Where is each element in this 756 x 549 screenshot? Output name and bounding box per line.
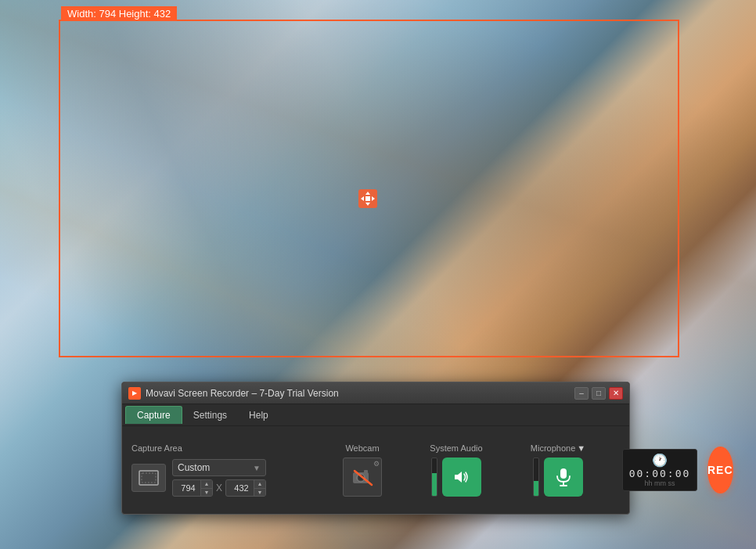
microphone-controls — [533, 458, 583, 497]
maximize-button[interactable]: □ — [592, 387, 606, 400]
timer-clock-icon: 🕐 — [652, 453, 668, 468]
system-audio-label: System Audio — [430, 443, 482, 453]
system-audio-controls — [431, 458, 481, 497]
menu-bar: Capture Settings Help — [122, 404, 629, 426]
system-audio-level-bar — [431, 458, 437, 497]
microphone-level-bar — [533, 458, 539, 497]
width-value: 794 — [173, 483, 200, 493]
microphone-dropdown-arrow[interactable]: ▼ — [577, 443, 585, 453]
height-spinner-up[interactable]: ▲ — [254, 480, 265, 489]
svg-rect-14 — [560, 468, 567, 479]
width-spinners: ▲ ▼ — [200, 480, 212, 496]
system-audio-button[interactable] — [442, 458, 481, 497]
tab-settings[interactable]: Settings — [182, 407, 238, 424]
move-cursor-icon[interactable] — [357, 188, 379, 210]
svg-marker-13 — [455, 472, 462, 483]
timer-section: 🕐 00:00:00 hh mm ss — [625, 449, 695, 491]
close-button[interactable]: ✕ — [609, 387, 623, 400]
height-spinner-down[interactable]: ▼ — [254, 489, 265, 497]
capture-preset-dropdown[interactable]: Custom ▼ — [172, 459, 266, 476]
minimize-button[interactable]: – — [574, 387, 589, 400]
capture-area-icon-button[interactable] — [131, 464, 166, 492]
content-area: Capture Area Custom ▼ 794 — [122, 426, 629, 514]
system-audio-section: System Audio — [421, 443, 491, 497]
dimension-separator: X — [216, 483, 222, 493]
timer-sub: hh mm ss — [644, 479, 675, 487]
microphone-button[interactable] — [544, 458, 583, 497]
width-spinner-up[interactable]: ▲ — [201, 480, 212, 489]
window-title: Movavi Screen Recorder – 7-Day Trial Ver… — [146, 388, 574, 399]
system-audio-level-fill — [432, 473, 437, 496]
svg-rect-7 — [142, 473, 156, 483]
tab-help[interactable]: Help — [238, 407, 279, 424]
height-spinners: ▲ ▼ — [254, 480, 265, 496]
height-spinbox[interactable]: 432 ▲ ▼ — [225, 479, 266, 497]
capture-area-label: Capture Area — [131, 443, 304, 453]
svg-rect-5 — [365, 196, 370, 201]
microphone-label: Microphone ▼ — [531, 443, 585, 453]
capture-dropdown-container: Custom ▼ 794 ▲ ▼ X 432 — [172, 459, 266, 497]
tab-capture[interactable]: Capture — [125, 406, 182, 424]
microphone-level-fill — [534, 481, 538, 496]
dimension-label: Width: 794 Height: 432 — [61, 6, 177, 21]
webcam-section: Webcam ⚙ — [335, 443, 390, 497]
webcam-button[interactable]: ⚙ — [343, 458, 382, 497]
record-button[interactable]: REC — [707, 447, 733, 493]
width-spinner-down[interactable]: ▼ — [201, 489, 212, 497]
app-icon — [128, 387, 141, 400]
timer-time: 00:00:00 — [629, 468, 691, 479]
height-value: 432 — [226, 483, 254, 493]
webcam-settings-icon: ⚙ — [373, 460, 380, 468]
capture-preset-value: Custom — [178, 462, 210, 473]
window-controls: – □ ✕ — [574, 387, 623, 400]
dropdown-arrow-icon: ▼ — [253, 464, 261, 472]
recorder-window: Movavi Screen Recorder – 7-Day Trial Ver… — [121, 382, 630, 515]
dimension-inputs: 794 ▲ ▼ X 432 ▲ ▼ — [172, 479, 266, 497]
timer-display: 🕐 00:00:00 hh mm ss — [622, 449, 698, 491]
webcam-label: Webcam — [345, 443, 379, 453]
width-spinbox[interactable]: 794 ▲ ▼ — [172, 479, 213, 497]
capture-controls: Custom ▼ 794 ▲ ▼ X 432 — [131, 459, 304, 497]
microphone-section: Microphone ▼ — [523, 443, 593, 497]
svg-rect-11 — [364, 470, 368, 473]
capture-section: Capture Area Custom ▼ 794 — [131, 443, 304, 497]
title-bar: Movavi Screen Recorder – 7-Day Trial Ver… — [122, 382, 629, 404]
